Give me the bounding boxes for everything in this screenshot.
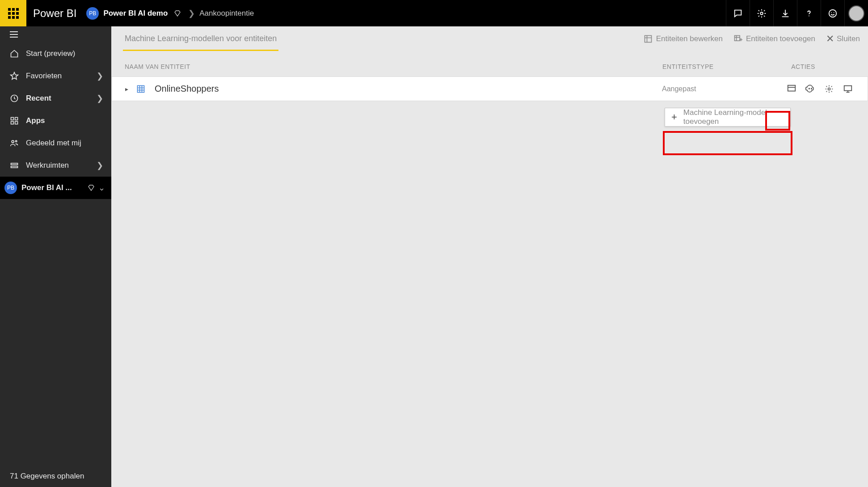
close-button[interactable]: ✕ Sluiten — [826, 33, 860, 45]
chevron-right-icon: ❯ — [97, 93, 103, 103]
home-icon — [9, 49, 20, 58]
sidebar-item-recent[interactable]: Recent ❯ — [0, 87, 111, 110]
sidebar-item-label: Recent — [26, 94, 97, 103]
download-icon[interactable] — [773, 0, 797, 26]
table-icon — [136, 85, 146, 93]
workspace-stack-icon — [9, 161, 20, 170]
annotation-highlight-flyout — [663, 131, 792, 155]
close-icon: ✕ — [826, 33, 834, 45]
table-header: NAAM VAN ENTITEIT ENTITEITSTYPE ACTIES — [111, 51, 868, 76]
add-ml-model-label: Machine Learning-model toevoegen — [683, 108, 783, 126]
entity-type: Aangepast — [662, 85, 765, 93]
shared-icon — [9, 139, 20, 148]
sidebar-item-apps[interactable]: Apps — [0, 110, 111, 132]
workspace-chip-icon: PB — [4, 182, 17, 194]
hamburger-icon — [10, 31, 18, 38]
chevron-right-icon: ❯ — [97, 71, 103, 81]
sidebar-item-label: Apps — [26, 116, 103, 125]
help-icon[interactable] — [797, 0, 821, 26]
sidebar-item-label: Werkruimten — [26, 161, 97, 170]
svg-rect-12 — [11, 163, 18, 165]
topbar-icons — [726, 0, 868, 26]
svg-rect-7 — [15, 118, 18, 120]
svg-point-18 — [809, 88, 810, 89]
user-avatar[interactable] — [844, 0, 868, 26]
edit-entities-button[interactable]: Entiteiten bewerken — [644, 34, 723, 43]
app-launcher[interactable] — [0, 0, 26, 26]
feedback-smile-icon[interactable] — [821, 0, 844, 26]
entity-edit-action[interactable] — [785, 83, 798, 95]
svg-rect-14 — [645, 36, 651, 42]
sidebar-item-start[interactable]: Start (preview) — [0, 42, 111, 65]
topbar: Power BI PB Power BI AI demo ❯ Aankoopin… — [0, 0, 868, 26]
apps-grid-icon — [9, 116, 20, 125]
entity-actions — [765, 83, 854, 95]
add-entities-button[interactable]: Entiteiten toevoegen — [733, 34, 815, 43]
sidebar-collapse-button[interactable] — [0, 26, 111, 42]
sidebar-item-label: Start (preview) — [26, 49, 103, 58]
premium-diamond-icon — [174, 10, 181, 17]
sidebar-item-label: Gedeeld met mij — [26, 139, 103, 148]
edit-entities-label: Entiteiten bewerken — [656, 34, 723, 43]
entity-monitor-action[interactable] — [842, 83, 854, 95]
entity-ml-action[interactable] — [804, 83, 817, 95]
svg-rect-9 — [15, 122, 18, 124]
close-label: Sluiten — [837, 34, 860, 43]
add-ml-model-flyout[interactable]: + Machine Learning-model toevoegen — [665, 108, 791, 127]
svg-point-3 — [831, 12, 832, 13]
get-data-link[interactable]: 71 Gegevens ophalen — [0, 466, 111, 487]
sidebar: Start (preview) Favorieten ❯ Recent ❯ Ap… — [0, 26, 111, 487]
add-entities-label: Entiteiten toevoegen — [746, 34, 815, 43]
chevron-right-icon: ❯ — [97, 161, 103, 170]
svg-point-19 — [811, 88, 812, 89]
active-workspace-row[interactable]: PB Power BI AI ... ⌄ — [0, 177, 111, 199]
svg-rect-17 — [788, 85, 796, 91]
column-header-actions: ACTIES — [765, 63, 855, 70]
chat-icon[interactable] — [726, 0, 750, 26]
svg-point-4 — [834, 12, 834, 13]
star-icon — [9, 72, 20, 80]
active-workspace-label: Power BI AI ... — [21, 183, 84, 192]
sidebar-item-workspaces[interactable]: Werkruimten ❯ — [0, 154, 111, 177]
column-header-type: ENTITEITSTYPE — [662, 63, 765, 70]
premium-diamond-icon — [88, 184, 95, 191]
sidebar-item-favorites[interactable]: Favorieten ❯ — [0, 65, 111, 87]
breadcrumb-separator: ❯ — [188, 8, 195, 18]
svg-point-2 — [829, 9, 837, 17]
svg-rect-21 — [844, 85, 852, 90]
main-content: Machine Learning-modellen voor entiteite… — [111, 26, 868, 487]
settings-gear-icon[interactable] — [750, 0, 773, 26]
svg-point-0 — [760, 12, 763, 15]
svg-rect-15 — [735, 36, 740, 41]
app-title: Power BI — [26, 7, 86, 20]
svg-rect-8 — [11, 122, 14, 124]
plus-icon: + — [671, 111, 677, 123]
chevron-down-icon: ⌄ — [98, 183, 105, 193]
entity-settings-action[interactable] — [823, 83, 835, 95]
svg-rect-16 — [138, 85, 144, 92]
sidebar-item-shared[interactable]: Gedeeld met mij — [0, 132, 111, 154]
svg-rect-6 — [11, 118, 14, 120]
workspace-chip-icon: PB — [86, 7, 99, 20]
entity-name[interactable]: OnlineShoppers — [155, 84, 662, 94]
breadcrumb: Power BI AI demo ❯ Aankoopintentie — [103, 8, 254, 18]
clock-icon — [9, 94, 20, 103]
breadcrumb-workspace[interactable]: Power BI AI demo — [103, 9, 168, 18]
svg-point-20 — [828, 88, 830, 90]
breadcrumb-page[interactable]: Aankoopintentie — [199, 9, 254, 18]
entity-toolbar: Machine Learning-modellen voor entiteite… — [111, 26, 868, 51]
svg-point-1 — [809, 15, 809, 16]
entity-row: ▸ OnlineShoppers Aangepast — [111, 76, 868, 101]
expand-entity-button[interactable]: ▸ — [125, 85, 131, 93]
sidebar-item-label: Favorieten — [26, 72, 97, 80]
avatar-icon — [848, 5, 864, 21]
tab-ml-models[interactable]: Machine Learning-modellen voor entiteite… — [123, 27, 278, 51]
waffle-icon — [8, 8, 19, 19]
svg-point-10 — [12, 140, 14, 143]
svg-rect-13 — [11, 166, 18, 168]
svg-point-11 — [16, 140, 17, 142]
column-header-name: NAAM VAN ENTITEIT — [125, 63, 662, 70]
